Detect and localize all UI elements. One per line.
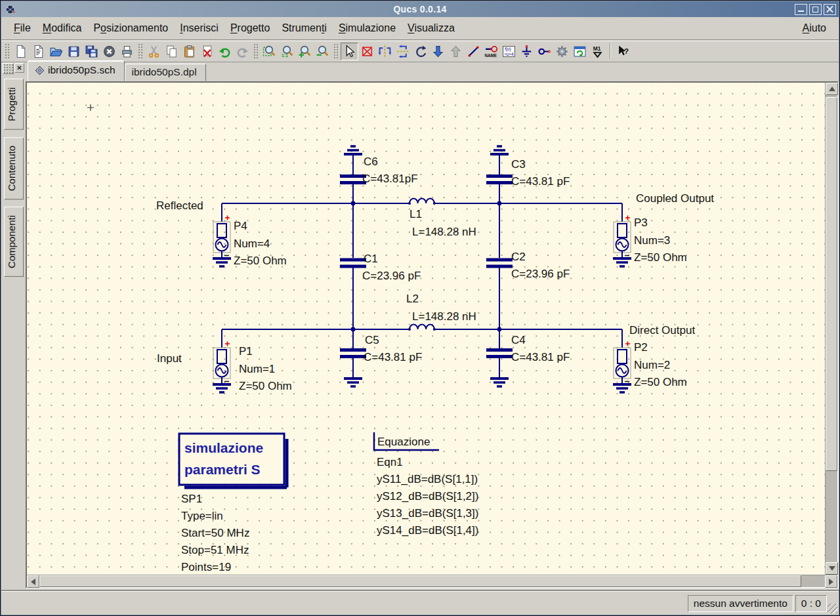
arrow-up-icon — [829, 87, 835, 91]
menu-posizionamento[interactable]: Posizionamento — [87, 19, 174, 37]
sidebar-tab-progetti[interactable]: Progetti — [4, 79, 24, 130]
rotate-button[interactable] — [411, 43, 429, 60]
label-reflected: Reflected — [156, 199, 203, 212]
zoom-fit-button[interactable] — [261, 43, 278, 60]
window-title: Qucs 0.0.14 — [1, 4, 839, 14]
ground-button[interactable] — [518, 43, 536, 60]
component-c1[interactable] — [340, 203, 366, 329]
toolbar-grip[interactable] — [333, 43, 339, 59]
component-c4[interactable] — [486, 329, 513, 386]
new-text-button[interactable] — [30, 43, 47, 60]
menu-simulazione[interactable]: Simulazione — [333, 19, 402, 37]
component-l1[interactable] — [408, 199, 436, 205]
schematic-file-icon — [35, 66, 45, 75]
equation-button[interactable]: f(u)=u+4 — [500, 43, 518, 60]
horizontal-scrollbar[interactable] — [27, 575, 837, 587]
mirror-x-button[interactable] — [376, 43, 394, 60]
vertical-scroll-thumb[interactable] — [826, 97, 837, 471]
p4-z: Z=50 Ohm — [234, 255, 287, 267]
sidebar-tab-componenti[interactable]: Componenti — [4, 207, 24, 277]
marker-button[interactable]: M1 — [589, 43, 606, 60]
close-document-button[interactable] — [100, 43, 118, 60]
component-l2[interactable] — [408, 325, 436, 331]
whats-this-button[interactable]: ? — [614, 43, 632, 60]
component-c2[interactable] — [486, 203, 513, 329]
toolbar-grip[interactable] — [253, 43, 259, 59]
zoom-in-button[interactable] — [296, 43, 314, 60]
c1-value: C=23.96 pF — [362, 270, 421, 282]
component-c5[interactable] — [340, 329, 366, 386]
save-all-button[interactable] — [83, 43, 100, 60]
scroll-right-button[interactable] — [825, 575, 837, 588]
horizontal-scroll-thumb[interactable] — [39, 575, 801, 587]
menu-aiuto[interactable]: Aiuto — [797, 19, 832, 37]
redo-button[interactable] — [234, 43, 251, 60]
print-button[interactable] — [118, 43, 136, 60]
equation-title: Equazione — [377, 436, 430, 448]
zoom-1-1-button[interactable]: 1:1 — [278, 43, 296, 60]
port-button[interactable] — [536, 43, 553, 60]
p2-name: P2 — [634, 341, 648, 354]
horizontal-scroll-track[interactable] — [39, 575, 825, 587]
menu-visualizza[interactable]: Visualizza — [402, 19, 461, 37]
resize-grip[interactable] — [828, 604, 837, 613]
menu-progetto[interactable]: Progetto — [224, 19, 276, 37]
deactivate-button[interactable] — [358, 43, 376, 60]
undo-icon — [218, 45, 232, 58]
p1-num: Num=1 — [239, 363, 275, 375]
component-p2[interactable] — [613, 329, 631, 392]
sidebar-tab-contenuto[interactable]: Contenuto — [4, 137, 24, 199]
delete-button[interactable] — [198, 43, 216, 60]
view-data-button[interactable] — [571, 43, 589, 60]
pop-out-button[interactable] — [447, 43, 465, 60]
mirror-y-button[interactable] — [394, 43, 411, 60]
dock-close-button[interactable]: ✕ — [14, 63, 24, 73]
scroll-up-button[interactable] — [826, 83, 838, 95]
component-p1[interactable] — [213, 329, 231, 392]
c3-name: C3 — [511, 158, 526, 171]
wire-button[interactable] — [465, 43, 482, 60]
menu-modifica[interactable]: Modifica — [37, 19, 88, 37]
vertical-scroll-track[interactable] — [826, 95, 837, 562]
cut-icon — [147, 45, 161, 58]
wire-label-button[interactable]: NAME — [482, 43, 500, 60]
menu-strumenti[interactable]: Strumenti — [276, 19, 332, 37]
equation-block[interactable]: Equazione — [374, 432, 439, 450]
scroll-down-button[interactable] — [826, 562, 838, 575]
maximize-button[interactable] — [809, 4, 822, 15]
push-into-button[interactable] — [429, 43, 447, 60]
save-button[interactable] — [65, 43, 83, 60]
minimize-button[interactable] — [795, 4, 807, 15]
component-p4[interactable] — [213, 203, 231, 266]
svg-text:=u+4: =u+4 — [504, 51, 514, 56]
toolbar: 1:1 NAME f(u)=u+4 M1 ? — [1, 41, 839, 62]
open-button[interactable] — [47, 43, 65, 60]
toolbar-grip[interactable] — [5, 43, 10, 59]
zoom-out-button[interactable] — [314, 43, 331, 60]
delete-icon — [200, 45, 214, 58]
vertical-scrollbar[interactable] — [825, 83, 837, 575]
toolbar-grip[interactable] — [138, 43, 143, 59]
select-button[interactable] — [341, 43, 358, 60]
arrow-left-icon — [31, 579, 35, 585]
svg-text:1:1: 1:1 — [282, 52, 288, 57]
tab-display[interactable]: ibrido50pS.dpl — [125, 64, 206, 81]
schematic-canvas[interactable]: Reflected Coupled Output Input Direct Ou… — [27, 83, 825, 575]
undo-button[interactable] — [216, 43, 234, 60]
component-p3[interactable] — [613, 203, 631, 266]
simulate-button[interactable] — [553, 43, 571, 60]
cut-button[interactable] — [145, 43, 163, 60]
menu-inserisci[interactable]: Inserisci — [174, 19, 224, 37]
c5-name: C5 — [365, 334, 379, 346]
save-all-icon — [85, 45, 98, 58]
new-button[interactable] — [12, 43, 30, 60]
close-button[interactable] — [824, 4, 836, 15]
tab-schematic[interactable]: ibrido50pS.sch — [28, 60, 125, 81]
paste-button[interactable] — [180, 43, 198, 60]
menu-file[interactable]: File — [8, 19, 37, 37]
scroll-left-button[interactable] — [27, 575, 39, 588]
component-c3[interactable] — [486, 146, 513, 203]
dock-handle[interactable] — [3, 63, 14, 74]
simulation-box[interactable]: simulazione parametri S — [179, 434, 287, 487]
copy-button[interactable] — [163, 43, 180, 60]
